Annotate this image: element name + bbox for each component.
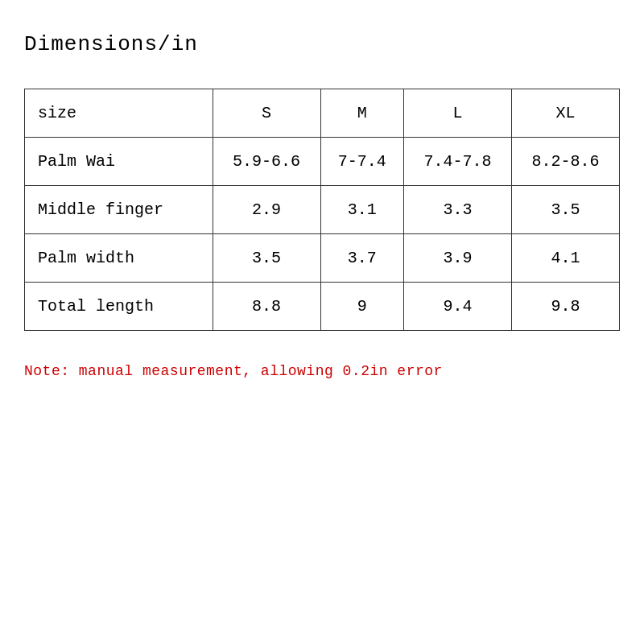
table-row: Palm Wai5.9-6.67-7.47.4-7.88.2-8.6: [25, 138, 620, 186]
cell-2-2: 3.7: [320, 234, 403, 283]
size-table: size S M L XL Palm Wai5.9-6.67-7.47.4-7.…: [24, 89, 620, 331]
col-header-l: L: [403, 89, 511, 138]
col-header-xl: XL: [511, 89, 619, 138]
cell-3-0: Total length: [25, 283, 213, 331]
page-title: Dimensions/in: [24, 32, 198, 56]
cell-0-2: 7-7.4: [320, 138, 403, 186]
cell-2-1: 3.5: [213, 234, 320, 283]
cell-1-3: 3.3: [403, 186, 511, 234]
col-header-m: M: [320, 89, 403, 138]
cell-1-1: 2.9: [213, 186, 320, 234]
cell-3-2: 9: [320, 283, 403, 331]
col-header-size: size: [25, 89, 213, 138]
note-text: Note: manual measurement, allowing 0.2in…: [24, 363, 443, 379]
cell-3-3: 9.4: [403, 283, 511, 331]
cell-0-0: Palm Wai: [25, 138, 213, 186]
cell-0-1: 5.9-6.6: [213, 138, 320, 186]
cell-1-0: Middle finger: [25, 186, 213, 234]
cell-0-3: 7.4-7.8: [403, 138, 511, 186]
cell-2-4: 4.1: [511, 234, 619, 283]
cell-0-4: 8.2-8.6: [511, 138, 619, 186]
col-header-s: S: [213, 89, 320, 138]
table-row: Middle finger2.93.13.33.5: [25, 186, 620, 234]
cell-2-3: 3.9: [403, 234, 511, 283]
table-row: Palm width3.53.73.94.1: [25, 234, 620, 283]
cell-3-1: 8.8: [213, 283, 320, 331]
cell-3-4: 9.8: [511, 283, 619, 331]
cell-1-4: 3.5: [511, 186, 619, 234]
cell-1-2: 3.1: [320, 186, 403, 234]
table-row: Total length8.899.49.8: [25, 283, 620, 331]
cell-2-0: Palm width: [25, 234, 213, 283]
table-header-row: size S M L XL: [25, 89, 620, 138]
